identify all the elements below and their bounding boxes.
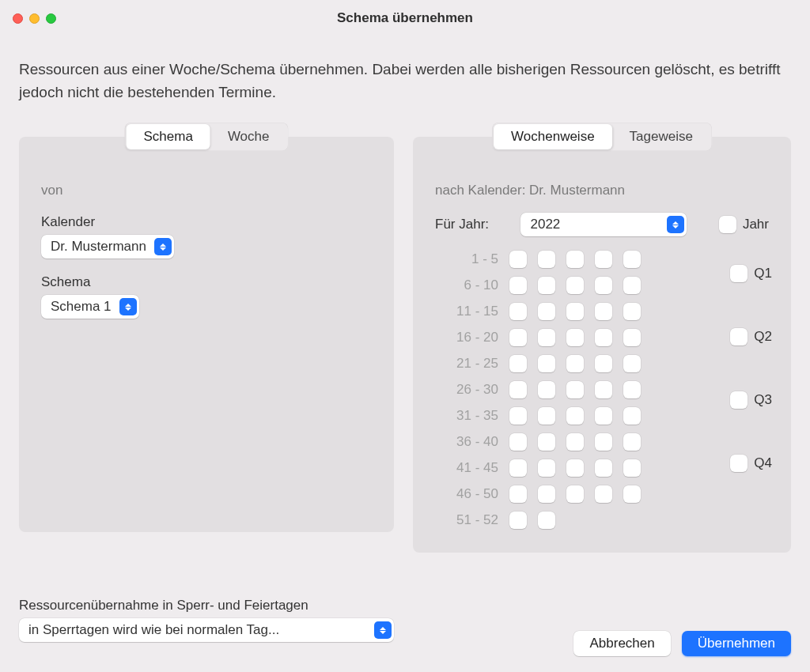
quarter-label: Q3 [754, 392, 772, 408]
tab-schema[interactable]: Schema [127, 124, 210, 149]
target-tabs: Wochenweise Tageweise [492, 123, 712, 151]
confirm-button[interactable]: Übernehmen [682, 631, 791, 656]
week-checkbox[interactable] [595, 459, 612, 477]
week-checkbox[interactable] [509, 355, 527, 372]
kalender-select[interactable]: Dr. Mustermann [41, 235, 174, 259]
minimize-window-button[interactable] [29, 13, 40, 24]
intro-text: Ressourcen aus einer Woche/Schema überne… [0, 36, 810, 110]
week-checkbox[interactable] [538, 433, 555, 451]
week-checkbox[interactable] [566, 459, 584, 477]
week-checkbox[interactable] [623, 381, 641, 398]
week-checkbox[interactable] [538, 459, 555, 477]
week-checkbox[interactable] [509, 433, 527, 451]
jahr-label: Jahr [743, 217, 769, 232]
footer-buttons: Abbrechen Übernehmen [573, 631, 791, 656]
week-checkbox[interactable] [538, 485, 555, 503]
week-checkbox[interactable] [566, 407, 584, 425]
week-checkbox[interactable] [538, 303, 555, 320]
quarter-checkbox[interactable] [730, 328, 748, 345]
year-select[interactable]: 2022 [520, 213, 687, 236]
week-checkbox[interactable] [509, 329, 527, 346]
week-checkbox[interactable] [623, 459, 641, 477]
updown-icon [374, 621, 392, 639]
week-checkbox[interactable] [509, 459, 527, 477]
target-panel: Wochenweise Tageweise nach Kalender: Dr.… [413, 137, 791, 553]
close-window-button[interactable] [13, 13, 23, 24]
week-checkbox[interactable] [623, 355, 641, 372]
week-checkbox[interactable] [566, 381, 584, 398]
week-range-label: 16 - 20 [435, 329, 503, 346]
sperr-select[interactable]: in Sperrtagen wird wie bei normalen Tag.… [19, 618, 394, 642]
week-checkbox[interactable] [623, 485, 641, 503]
week-range-label: 51 - 52 [435, 512, 503, 529]
week-checkbox[interactable] [595, 381, 612, 398]
updown-icon [667, 216, 684, 233]
week-checkbox[interactable] [595, 355, 612, 372]
week-checkbox[interactable] [623, 329, 641, 346]
von-label: von [41, 183, 372, 198]
sperr-block: Ressourcenübernahme in Sperr- und Feiert… [19, 598, 394, 642]
week-checkbox[interactable] [595, 303, 612, 320]
tab-woche[interactable]: Woche [210, 124, 287, 149]
week-checkbox[interactable] [509, 251, 527, 268]
jahr-checkbox[interactable] [719, 216, 736, 233]
week-checkbox[interactable] [509, 277, 527, 294]
source-panel: Schema Woche von Kalender Dr. Mustermann… [19, 137, 394, 532]
week-checkbox[interactable] [595, 485, 612, 503]
week-checkbox[interactable] [595, 407, 612, 425]
kalender-label: Kalender [41, 214, 372, 230]
week-checkbox[interactable] [509, 512, 527, 529]
quarter-checkbox[interactable] [730, 455, 748, 472]
traffic-lights [13, 13, 56, 24]
quarter-row: Q1 [730, 265, 772, 282]
week-checkbox[interactable] [566, 485, 584, 503]
week-checkbox[interactable] [595, 277, 612, 294]
week-checkbox[interactable] [623, 407, 641, 425]
week-checkbox[interactable] [566, 251, 584, 268]
week-checkbox[interactable] [538, 407, 555, 425]
tab-tageweise[interactable]: Tageweise [612, 124, 710, 149]
week-checkbox[interactable] [595, 251, 612, 268]
quarter-checkbox[interactable] [730, 265, 748, 282]
week-checkbox[interactable] [566, 329, 584, 346]
zoom-window-button[interactable] [46, 13, 56, 24]
week-checkbox[interactable] [509, 485, 527, 503]
week-checkbox[interactable] [623, 303, 641, 320]
titlebar: Schema übernehmen [0, 0, 810, 36]
quarter-label: Q2 [754, 329, 772, 345]
week-checkbox[interactable] [538, 381, 555, 398]
year-label: Für Jahr: [435, 217, 489, 232]
week-checkbox[interactable] [566, 433, 584, 451]
window-title: Schema übernehmen [0, 10, 810, 26]
week-checkbox[interactable] [538, 512, 555, 529]
quarter-label: Q1 [754, 266, 772, 281]
week-range-label: 26 - 30 [435, 381, 503, 398]
week-checkbox[interactable] [509, 303, 527, 320]
week-checkbox[interactable] [595, 433, 612, 451]
week-checkbox[interactable] [566, 355, 584, 372]
week-checkbox[interactable] [538, 329, 555, 346]
week-range-label: 41 - 45 [435, 459, 503, 477]
schema-select[interactable]: Schema 1 [41, 295, 139, 319]
week-checkbox[interactable] [623, 277, 641, 294]
week-checkbox[interactable] [538, 277, 555, 294]
week-checkbox[interactable] [509, 407, 527, 425]
tab-wochenweise[interactable]: Wochenweise [494, 124, 612, 149]
sperr-value: in Sperrtagen wird wie bei normalen Tag.… [28, 622, 286, 638]
schema-value: Schema 1 [51, 299, 118, 315]
week-checkbox[interactable] [623, 433, 641, 451]
week-checkbox[interactable] [538, 355, 555, 372]
quarter-checkbox[interactable] [730, 391, 748, 409]
week-checkbox[interactable] [538, 251, 555, 268]
quarter-label: Q4 [754, 455, 772, 471]
week-range-label: 6 - 10 [435, 277, 503, 294]
week-checkbox[interactable] [566, 303, 584, 320]
quarter-row: Q4 [730, 455, 772, 472]
week-checkbox[interactable] [566, 277, 584, 294]
cancel-button[interactable]: Abbrechen [573, 631, 670, 656]
week-checkbox[interactable] [595, 329, 612, 346]
week-range-label: 31 - 35 [435, 407, 503, 425]
weeks-grid: 1 - 56 - 1011 - 1516 - 2021 - 2526 - 303… [435, 251, 769, 529]
week-checkbox[interactable] [509, 381, 527, 398]
week-checkbox[interactable] [623, 251, 641, 268]
